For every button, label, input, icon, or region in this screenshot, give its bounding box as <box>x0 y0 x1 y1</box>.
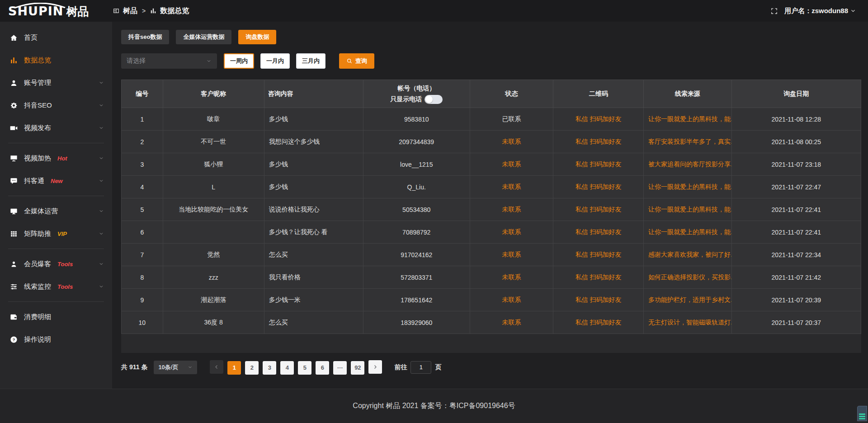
chevron-down-icon <box>99 178 104 183</box>
table-row: 1036度 8怎么买183929060未联系私信 扫码加好友无主灯设计，智能磁吸… <box>122 311 861 334</box>
cell-qrcode: 私信 扫码加好友 <box>553 289 644 311</box>
status-badge: 未联系 <box>502 160 521 168</box>
cell-account: 70898792 <box>363 221 470 244</box>
source-link[interactable]: 多功能护栏灯，适用于乡村文... <box>648 296 731 303</box>
cell-date: 2021-11-07 20:39 <box>731 289 861 311</box>
tab-0[interactable]: 抖音seo数据 <box>121 30 169 44</box>
qr-links[interactable]: 私信 扫码加好友 <box>576 319 622 326</box>
sidebar-item-label: 操作说明 <box>24 335 51 344</box>
qr-links[interactable]: 私信 扫码加好友 <box>576 160 622 168</box>
range-button-2[interactable]: 三月内 <box>296 53 326 69</box>
source-link[interactable]: 让你一眼就爱上的黑科技，能... <box>648 115 731 122</box>
column-header-1: 客户昵称 <box>163 80 264 108</box>
qr-links[interactable]: 私信 扫码加好友 <box>576 183 622 190</box>
cell-source: 让你一眼就爱上的黑科技，能... <box>643 198 731 221</box>
source-link[interactable]: 让你一眼就爱上的黑科技，能... <box>648 183 731 190</box>
phone-only-toggle[interactable] <box>425 95 443 104</box>
chevron-down-icon <box>99 208 104 214</box>
range-button-1[interactable]: 一月内 <box>260 53 290 69</box>
corner-widget[interactable] <box>857 406 867 421</box>
page-button-2[interactable]: 2 <box>245 361 259 375</box>
username-menu[interactable]: 用户名：zswodun88 <box>784 7 856 15</box>
breadcrumb-item[interactable]: 树品 <box>123 6 137 16</box>
cell-date: 2021-11-07 20:37 <box>731 311 861 334</box>
cell-qrcode: 私信 扫码加好友 <box>553 131 644 153</box>
page-button-6[interactable]: 6 <box>316 361 329 375</box>
qr-links[interactable]: 私信 扫码加好友 <box>576 296 622 303</box>
sidebar-item-video-heating[interactable]: 视频加热Hot <box>0 147 112 169</box>
breadcrumb-separator: > <box>142 7 146 14</box>
page-size-select[interactable]: 10条/页 <box>154 361 197 374</box>
sidebar-item-badge: New <box>51 178 63 184</box>
filter-row: 请选择 一周内一月内三月内 查询 <box>121 53 861 69</box>
qr-links[interactable]: 私信 扫码加好友 <box>576 138 622 145</box>
svg-text:?: ? <box>13 337 15 342</box>
sidebar: 首页数据总览账号管理抖音SEO视频发布视频加热Hot抖客通New全媒体运营矩阵助… <box>0 22 112 389</box>
source-link[interactable]: 感谢大家喜欢我家，被问了好... <box>648 251 731 258</box>
page-goto: 前往 页 <box>394 361 441 374</box>
source-link[interactable]: 让你一眼就爱上的黑科技，能... <box>648 206 731 213</box>
sidebar-item-member-baoke[interactable]: 会员爆客Tools <box>0 253 112 275</box>
sidebar-item-label: 全媒体运营 <box>24 207 58 216</box>
prev-page-button[interactable] <box>210 360 223 374</box>
sidebar-item-home[interactable]: 首页 <box>0 26 112 49</box>
sidebar-item-clue-monitor[interactable]: 线索监控Tools <box>0 275 112 298</box>
cell-date: 2021-11-07 23:18 <box>731 153 861 176</box>
page-button-92[interactable]: 92 <box>351 361 364 375</box>
filter-select[interactable]: 请选择 <box>121 53 217 69</box>
video-camera-icon <box>10 124 18 132</box>
tab-1[interactable]: 全媒体运营数据 <box>176 30 231 44</box>
query-button[interactable]: 查询 <box>339 53 374 69</box>
page-button-4[interactable]: 4 <box>280 361 294 375</box>
source-link[interactable]: 客厅安装投影半年多了，真实... <box>648 138 731 145</box>
source-link[interactable]: 被大家追着问的客厅投影分享... <box>648 160 731 168</box>
qr-links[interactable]: 私信 扫码加好友 <box>576 228 622 235</box>
page-button-1[interactable]: 1 <box>227 361 241 375</box>
cell-no: 4 <box>122 176 163 198</box>
cell-source: 让你一眼就爱上的黑科技，能... <box>643 108 731 131</box>
sidebar-item-video-publish[interactable]: 视频发布 <box>0 117 112 139</box>
column-header-7: 询盘日期 <box>731 80 861 108</box>
tab-2[interactable]: 询盘数据 <box>238 30 276 44</box>
fullscreen-icon[interactable] <box>770 7 778 15</box>
cell-content: 多少钱 <box>264 176 363 198</box>
source-link[interactable]: 让你一眼就爱上的黑科技，能... <box>648 228 731 235</box>
qr-links[interactable]: 私信 扫码加好友 <box>576 273 622 281</box>
page-ellipsis[interactable]: ··· <box>333 361 347 375</box>
page-button-3[interactable]: 3 <box>263 361 276 375</box>
next-page-button[interactable] <box>368 360 382 374</box>
cell-qrcode: 私信 扫码加好友 <box>553 311 644 334</box>
cell-nickname: 啵章 <box>163 108 264 131</box>
table-container: 编号客户昵称咨询内容帐号（电话）只显示电话状态二维码线索来源询盘日期 1啵章多少… <box>121 80 861 353</box>
data-tabs: 抖音seo数据全媒体运营数据询盘数据 <box>121 30 861 44</box>
monitor-icon <box>10 207 18 215</box>
sidebar-item-instructions[interactable]: ?操作说明 <box>0 328 112 351</box>
range-button-0[interactable]: 一周内 <box>224 53 254 69</box>
cell-nickname: L <box>163 176 264 198</box>
goto-page-input[interactable] <box>410 361 431 374</box>
header-right: 用户名：zswodun88 <box>770 7 868 15</box>
qr-links[interactable]: 私信 扫码加好友 <box>576 206 622 213</box>
user-icon <box>10 79 18 87</box>
sidebar-item-label: 抖音SEO <box>24 101 52 110</box>
sidebar-item-douketong[interactable]: 抖客通New <box>0 169 112 192</box>
logo-arc <box>14 2 67 10</box>
source-link[interactable]: 无主灯设计，智能磁吸轨道灯... <box>648 319 731 326</box>
sidebar-item-data-overview[interactable]: 数据总览 <box>0 49 112 71</box>
sidebar-item-matrix-boost[interactable]: 矩阵助推VIP <box>0 222 112 245</box>
qr-links[interactable]: 私信 扫码加好友 <box>576 115 622 122</box>
sidebar-item-account-management[interactable]: 账号管理 <box>0 71 112 94</box>
table-row: 2不可一世我想问这个多少钱2097344839未联系私信 扫码加好友客厅安装投影… <box>122 131 861 153</box>
table-row: 9潮起潮落多少钱一米178651642未联系私信 扫码加好友多功能护栏灯，适用于… <box>122 289 861 311</box>
page-button-5[interactable]: 5 <box>298 361 311 375</box>
page-size-value: 10条/页 <box>158 363 178 371</box>
status-badge: 未联系 <box>502 228 521 235</box>
sidebar-item-consumption-detail[interactable]: 消费明细 <box>0 306 112 328</box>
status-badge: 未联系 <box>502 138 521 145</box>
qr-links[interactable]: 私信 扫码加好友 <box>576 251 622 258</box>
cell-content: 多少钱？让我死心 看 <box>264 221 363 244</box>
sidebar-item-douyin-seo[interactable]: 抖音SEO <box>0 94 112 117</box>
chevron-down-icon <box>99 284 104 289</box>
source-link[interactable]: 如何正确选择投影仪，买投影... <box>648 273 731 281</box>
sidebar-item-media-operation[interactable]: 全媒体运营 <box>0 200 112 222</box>
